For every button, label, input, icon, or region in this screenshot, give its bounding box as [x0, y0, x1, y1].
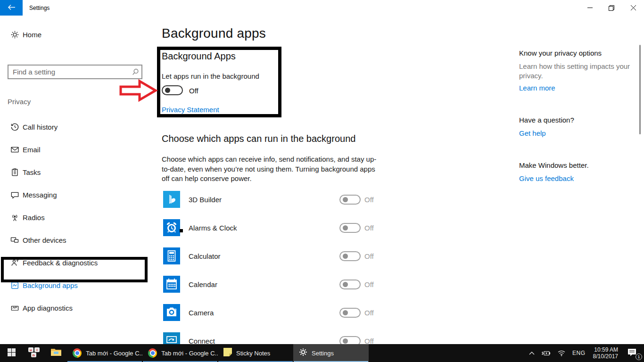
app-name: Calculator	[189, 247, 221, 264]
sidebar-item-call-history[interactable]: Call history	[0, 115, 148, 138]
app-row-alarms-clock: Alarms & Clock Off	[162, 219, 383, 238]
sidebar-item-messaging[interactable]: Messaging	[0, 183, 148, 206]
learn-more-link[interactable]: Learn more	[519, 84, 555, 92]
radios-icon	[9, 212, 20, 222]
taskbar-chrome-1[interactable]: Tab mới - Google C...	[67, 344, 142, 362]
toggle-knob	[343, 338, 348, 344]
power-plug-icon[interactable]	[539, 344, 553, 362]
messaging-icon	[9, 189, 20, 200]
file-explorer-button[interactable]	[45, 344, 67, 362]
app-name: Alarms & Clock	[189, 219, 237, 236]
sidebar-item-label: Feedback & diagnostics	[23, 259, 98, 267]
background-apps-icon	[9, 280, 20, 290]
mouse-cursor	[180, 229, 183, 232]
close-button[interactable]	[622, 0, 644, 16]
app-toggle-state: Off	[364, 219, 374, 236]
calculator-icon	[163, 247, 180, 264]
gear-icon	[299, 348, 307, 358]
sidebar-item-background-apps[interactable]: Background apps	[0, 274, 148, 296]
app-name: 3D Builder	[189, 191, 222, 208]
svg-text:u: u	[30, 348, 32, 352]
app-name: Calendar	[189, 276, 217, 293]
camera-icon	[163, 304, 180, 321]
tray-chevron-up-icon[interactable]	[527, 344, 537, 362]
app-toggle[interactable]	[339, 251, 361, 261]
sidebar-item-label: Radios	[23, 214, 45, 222]
window-controls	[579, 0, 644, 16]
privacy-section-label: Privacy	[8, 98, 31, 106]
svg-text:n: n	[33, 353, 35, 357]
toggle-knob	[343, 310, 348, 315]
sticky-notes-icon	[223, 348, 232, 358]
app-toggle[interactable]	[339, 223, 361, 233]
taskbar-sticky-notes[interactable]: Sticky Notes	[218, 344, 293, 362]
scrollbar[interactable]	[639, 45, 641, 134]
app-row-calculator: Calculator Off	[162, 247, 383, 266]
language-indicator[interactable]: ENG	[570, 344, 588, 362]
titlebar: Settings	[0, 0, 644, 16]
choose-apps-heading: Choose which apps can run in the backgro…	[162, 133, 355, 144]
wifi-icon[interactable]	[555, 344, 568, 362]
choose-apps-description: Choose which apps can receive info, send…	[162, 155, 380, 184]
chrome-icon	[148, 348, 157, 358]
have-question-heading: Have a question?	[519, 116, 574, 124]
windows-logo-icon	[8, 348, 16, 358]
sidebar-item-label: Tasks	[23, 168, 41, 176]
sidebar-item-feedback-diagnostics[interactable]: Feedback & diagnostics	[0, 251, 148, 274]
toggle-knob	[343, 282, 348, 287]
sidebar-item-tasks[interactable]: Tasks	[0, 161, 148, 183]
window-title: Settings	[29, 0, 50, 16]
unikey-button[interactable]: uin	[23, 344, 45, 362]
tasks-icon	[9, 167, 20, 177]
start-button[interactable]	[0, 344, 23, 362]
app-row-camera: Camera Off	[162, 304, 383, 323]
other-devices-icon	[9, 235, 20, 245]
sidebar-item-radios[interactable]: Radios	[0, 206, 148, 229]
sidebar-item-app-diagnostics[interactable]: App diagnostics	[0, 296, 148, 319]
toggle-knob	[343, 197, 348, 202]
give-feedback-link[interactable]: Give us feedback	[519, 174, 574, 182]
search-input[interactable]	[8, 68, 129, 76]
sidebar-item-other-devices[interactable]: Other devices	[0, 229, 148, 251]
sidebar-item-label: Other devices	[23, 236, 66, 244]
app-toggle-state: Off	[364, 247, 374, 264]
toggle-knob	[343, 254, 348, 259]
restore-button[interactable]	[601, 0, 622, 16]
app-toggle-state: Off	[364, 304, 374, 321]
action-center-button[interactable]: 1	[623, 344, 640, 362]
privacy-statement-link[interactable]: Privacy Statement	[162, 106, 219, 114]
back-arrow-icon	[8, 4, 16, 12]
toggle-knob	[343, 225, 348, 230]
search-icon[interactable]	[129, 68, 141, 76]
back-button[interactable]	[0, 0, 23, 16]
gear-icon	[9, 29, 20, 40]
clock[interactable]: 10:59 AM 8/10/2017	[590, 346, 621, 360]
panel-title: Background Apps	[162, 51, 236, 62]
taskbar-button-label: Settings	[312, 350, 334, 357]
app-toggle-state: Off	[364, 191, 374, 208]
app-toggle[interactable]	[339, 195, 361, 205]
app-toggle[interactable]	[339, 308, 361, 318]
sidebar-item-label: App diagnostics	[23, 304, 73, 312]
taskbar: uin Tab mới - Google C... Tab mới - Goog…	[0, 344, 644, 362]
taskbar-settings[interactable]: Settings	[293, 344, 369, 362]
sidebar-item-home[interactable]: Home	[0, 26, 148, 42]
make-windows-better-heading: Make Windows better.	[519, 161, 589, 169]
action-center-icon	[627, 348, 636, 358]
3d-builder-icon	[163, 191, 180, 208]
background-apps-toggle[interactable]	[162, 85, 183, 95]
app-name: Camera	[189, 304, 214, 321]
page-title: Background apps	[162, 26, 266, 41]
app-diagnostics-icon	[9, 303, 20, 313]
tray-date: 8/10/2017	[593, 353, 618, 360]
alarms-clock-icon	[163, 219, 180, 236]
minimize-button[interactable]	[579, 0, 601, 16]
taskbar-button-label: Sticky Notes	[236, 350, 270, 357]
privacy-options-heading: Know your privacy options	[519, 49, 602, 57]
app-toggle[interactable]	[339, 280, 361, 289]
file-explorer-icon	[50, 347, 62, 359]
taskbar-chrome-2[interactable]: Tab mới - Google C...	[142, 344, 218, 362]
sidebar-item-email[interactable]: Email	[0, 138, 148, 161]
svg-text:i: i	[36, 348, 37, 352]
get-help-link[interactable]: Get help	[519, 129, 546, 137]
